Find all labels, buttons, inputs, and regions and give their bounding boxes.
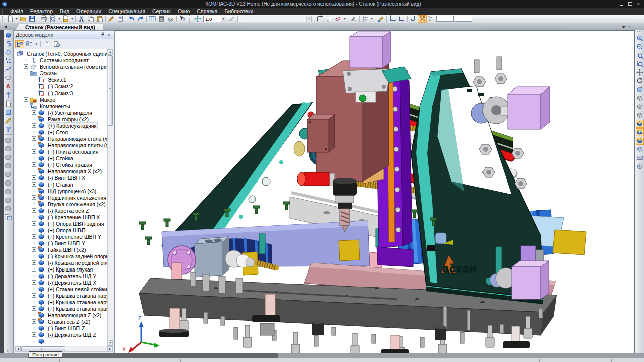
paste-button[interactable] — [95, 15, 104, 23]
tree-item[interactable]: +(+) Опора ШВП задняя — [15, 220, 107, 227]
tree-item[interactable]: +(-) Крышка передней опоры ШВП — [15, 259, 107, 266]
rebuild-button[interactable] — [315, 15, 325, 23]
hidden-lines-removed-button[interactable] — [636, 103, 644, 111]
print-preview-button-dropdown-icon[interactable]: ▼ — [57, 17, 61, 20]
property-tab[interactable]: Построение — [29, 351, 62, 358]
zoom-out-button[interactable] — [636, 43, 644, 51]
cut-button[interactable] — [77, 15, 86, 23]
cut-extrude-icon[interactable] — [4, 161, 13, 170]
tree-item[interactable]: +Гайка ШВП (x2) — [15, 246, 107, 253]
tree-vertical-scrollbar[interactable]: ▲ ▼ — [107, 49, 113, 346]
variables-button[interactable] — [148, 15, 157, 23]
pan-button[interactable] — [636, 68, 644, 76]
coordinate-input[interactable] — [455, 16, 472, 22]
snap-settings-button[interactable] — [376, 15, 385, 23]
tree-structure-button[interactable] — [15, 40, 24, 48]
tab-scroll-left-icon[interactable]: ◀ — [4, 25, 7, 29]
tree-item[interactable]: (-) Эскиз:3 — [15, 89, 107, 96]
rotate-button[interactable] — [636, 77, 644, 85]
document-template-button[interactable] — [61, 15, 70, 23]
open-document-button[interactable] — [19, 15, 28, 23]
expressions-button[interactable]: f(x) — [166, 15, 175, 23]
hidden-lines-thin-button[interactable] — [636, 111, 644, 119]
shell-icon[interactable] — [4, 204, 13, 213]
tree-item[interactable]: +Рама гофры (x2) — [15, 116, 107, 122]
tree-item[interactable]: -Компоненты — [15, 103, 107, 109]
copy-button[interactable] — [86, 15, 95, 23]
tree-item[interactable]: +Макро — [15, 96, 107, 103]
filter-icon[interactable] — [4, 125, 13, 133]
tree-item[interactable]: +(-) Крепление ШВП X — [15, 214, 107, 220]
shaded-with-edges-button[interactable] — [636, 128, 644, 136]
tree-item[interactable]: +(+) Стойка — [15, 155, 107, 161]
horizontal-scroll-thumb[interactable] — [21, 346, 65, 351]
local-csys-button[interactable] — [388, 15, 397, 23]
tree-composition-dropdown-icon[interactable]: ▼ — [34, 43, 38, 46]
tree-item[interactable]: +(+) Плита основания — [15, 148, 107, 155]
eraser-button-dropdown-icon[interactable]: ▼ — [343, 17, 347, 20]
combo-dropdown-icon[interactable]: ▼ — [306, 16, 311, 22]
move-component-button[interactable] — [636, 85, 644, 94]
delete-button[interactable] — [157, 15, 166, 23]
menu-Файл[interactable]: Файл — [7, 8, 27, 15]
revolve-icon[interactable] — [4, 144, 13, 153]
perspective-button[interactable] — [636, 137, 644, 145]
tolerance-icon[interactable] — [4, 90, 13, 99]
xy-coordinates-button[interactable]: Y+X — [427, 15, 436, 23]
tree-item[interactable]: +(-) Крышка задней опоры ШВП — [15, 253, 107, 259]
copy-properties-button[interactable] — [107, 15, 116, 23]
menu-Спецификация[interactable]: Спецификация — [105, 8, 149, 15]
tree-item[interactable]: +(+) Крышка стакана правой стойки н — [15, 305, 107, 312]
tree-item[interactable]: +(-) Каретка оси Z — [15, 207, 107, 214]
tree-item[interactable]: +(+) Крышка стакана наружная — [15, 299, 107, 305]
menu-Окно[interactable]: Окно — [174, 8, 193, 15]
undo-button[interactable] — [127, 15, 136, 23]
orientation-button[interactable] — [636, 162, 644, 170]
ortho-drawing-button[interactable] — [397, 15, 406, 23]
print-button[interactable] — [39, 15, 48, 23]
tab-close-icon[interactable]: × — [628, 24, 633, 29]
tree-item[interactable]: +ШД (упрощено) (x3) — [15, 188, 107, 194]
tree-item[interactable]: Эскиз:1 — [15, 76, 107, 83]
tree-item[interactable]: +(+) Стакан — [15, 181, 107, 188]
rib-icon[interactable] — [4, 196, 13, 204]
tree-item[interactable]: +Направляющая плиты (x2) — [15, 142, 107, 148]
tree-item[interactable]: +(-) Винт ШВП X — [15, 174, 107, 181]
tree-item[interactable]: +Направляющая Z (x2) — [15, 312, 107, 318]
simplified-view-button[interactable] — [636, 145, 644, 153]
tree-item[interactable]: +(-) Узел шпинделя — [15, 109, 107, 116]
extrude-icon[interactable] — [4, 136, 13, 144]
document-tab[interactable]: Станок (Разнесенный вид) — [15, 24, 103, 30]
tree-item[interactable]: +(-) Держатель ШД Y — [15, 273, 107, 279]
view-name-combo[interactable]: ▼ — [237, 16, 312, 22]
angle-dimension-button[interactable] — [349, 15, 358, 23]
vertical-scroll-thumb[interactable] — [108, 55, 113, 126]
tree-item[interactable]: +Направляющая X (x2) — [15, 168, 107, 174]
3d-viewport[interactable]: аскон — [115, 30, 635, 353]
properties-button[interactable] — [116, 15, 125, 23]
tree-item[interactable]: + — [15, 338, 107, 344]
explode-components-button[interactable] — [418, 15, 427, 23]
redo-button[interactable] — [136, 15, 145, 23]
tab-controls[interactable]: ▶× — [623, 24, 633, 29]
scroll-up-icon[interactable]: ▲ — [108, 49, 113, 55]
maximize-button[interactable] — [626, 1, 634, 7]
menu-Редактор[interactable]: Редактор — [27, 8, 56, 15]
close-button[interactable]: × — [635, 1, 642, 7]
new-document-button-dropdown-icon[interactable]: ▼ — [15, 17, 19, 20]
component-icon[interactable] — [4, 31, 13, 39]
plane-icon[interactable] — [4, 48, 13, 56]
tree-item[interactable]: +(+) Стакан левой стойки — [15, 286, 107, 292]
toolbar-overflow-icon[interactable]: ▸ — [7, 349, 9, 353]
section-view-button[interactable] — [636, 154, 644, 162]
pin-icon[interactable] — [99, 32, 106, 38]
scroll-left-icon[interactable]: ◀ — [15, 346, 21, 351]
minimize-button[interactable] — [618, 1, 625, 7]
menu-Справка[interactable]: Справка — [193, 8, 221, 15]
menu-Сервис[interactable]: Сервис — [149, 8, 174, 15]
rounding-button[interactable] — [409, 15, 418, 23]
panel-close-icon[interactable]: × — [106, 32, 112, 37]
scroll-right-icon[interactable]: ▶ — [107, 346, 113, 351]
tree-item[interactable]: -Эскизы — [15, 70, 107, 76]
fillet-icon[interactable] — [4, 170, 13, 178]
